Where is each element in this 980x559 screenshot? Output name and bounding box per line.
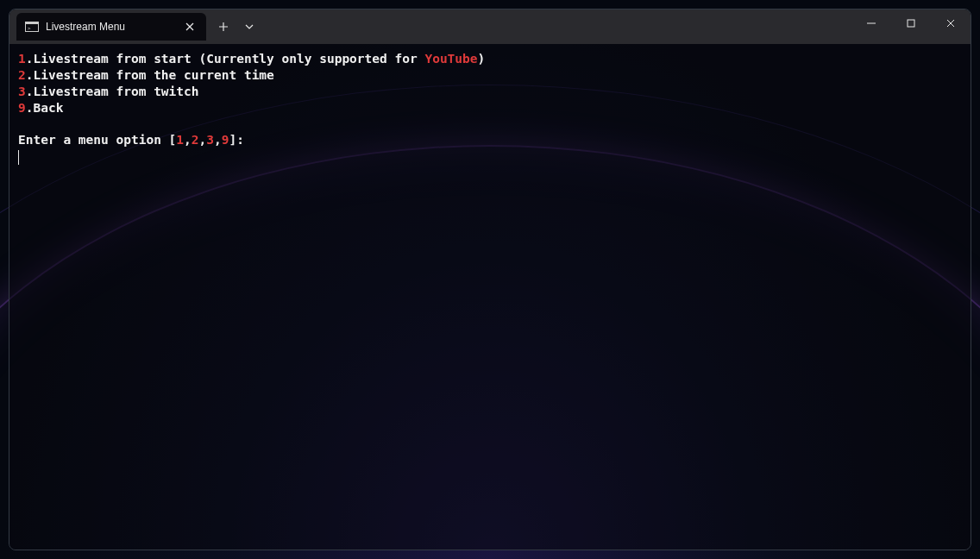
tab-dropdown-button[interactable] bbox=[237, 13, 261, 41]
prompt-option: 1 bbox=[176, 133, 184, 147]
prompt-option: 3 bbox=[206, 133, 214, 147]
titlebar: >_ Livestream Menu bbox=[9, 9, 971, 44]
menu-item-label: .Livestream from the current time bbox=[26, 68, 274, 82]
prompt-suffix: ]: bbox=[229, 133, 251, 147]
menu-item: 3.Livestream from twitch bbox=[18, 84, 962, 100]
cmd-icon: >_ bbox=[25, 22, 39, 32]
menu-item-number: 3 bbox=[18, 85, 26, 98]
menu-item-label: .Livestream from twitch bbox=[26, 85, 199, 98]
maximize-button[interactable] bbox=[891, 9, 931, 37]
window-controls bbox=[851, 9, 971, 37]
tab-area: >_ Livestream Menu bbox=[16, 9, 261, 44]
cursor-line bbox=[18, 148, 962, 166]
menu-item-accent: YouTube bbox=[424, 52, 477, 66]
minimize-button[interactable] bbox=[851, 9, 891, 37]
svg-rect-8 bbox=[908, 20, 914, 27]
prompt-separator: , bbox=[199, 133, 207, 147]
terminal-window: >_ Livestream Menu bbox=[9, 9, 971, 550]
new-tab-button[interactable] bbox=[210, 13, 237, 41]
text-cursor bbox=[18, 150, 19, 165]
prompt-line: Enter a menu option [1,2,3,9]: bbox=[18, 132, 962, 148]
prompt-option: 2 bbox=[192, 133, 199, 147]
tab-title: Livestream Menu bbox=[46, 21, 175, 33]
menu-item-number: 1 bbox=[18, 52, 26, 66]
tab-active[interactable]: >_ Livestream Menu bbox=[16, 13, 206, 41]
menu-item: 1.Livestream from start (Currently only … bbox=[18, 51, 962, 67]
menu-lines: 1.Livestream from start (Currently only … bbox=[18, 51, 962, 116]
prompt-separator: , bbox=[184, 133, 192, 147]
terminal-body[interactable]: 1.Livestream from start (Currently only … bbox=[9, 44, 971, 550]
menu-item-number: 2 bbox=[18, 68, 26, 82]
menu-item-number: 9 bbox=[18, 101, 26, 115]
svg-text:>_: >_ bbox=[28, 25, 35, 32]
menu-item-label: .Back bbox=[26, 101, 64, 115]
prompt-prefix: Enter a menu option [ bbox=[18, 133, 176, 147]
menu-item: 2.Livestream from the current time bbox=[18, 67, 962, 84]
close-window-button[interactable] bbox=[931, 9, 971, 37]
menu-item: 9.Back bbox=[18, 100, 962, 116]
blank-line bbox=[18, 116, 962, 132]
prompt-separator: , bbox=[214, 133, 222, 147]
menu-item-label-suffix: ) bbox=[478, 52, 486, 66]
close-tab-button[interactable] bbox=[182, 19, 198, 35]
menu-item-label: .Livestream from start (Currently only s… bbox=[26, 52, 425, 66]
